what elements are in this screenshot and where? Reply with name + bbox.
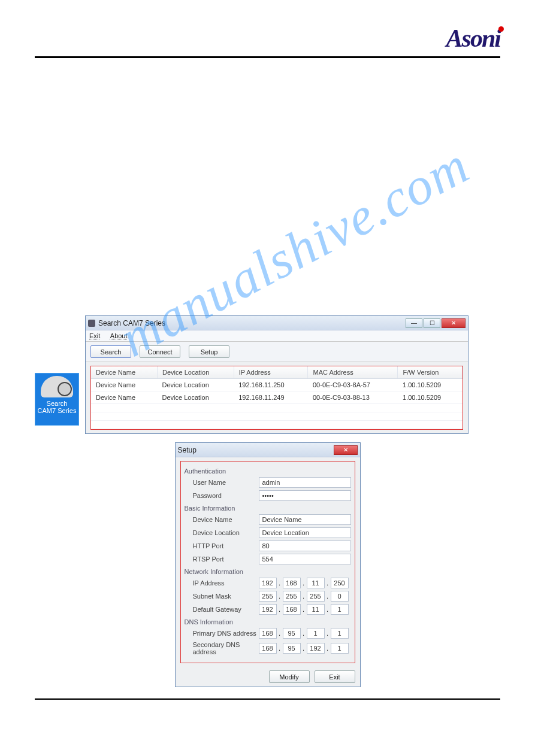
cell: 00-0E-C9-03-88-13 [308, 391, 398, 404]
cell: 1.00.10.5209 [398, 391, 463, 404]
ip-seg[interactable] [283, 604, 301, 615]
basic-title: Basic Information [185, 505, 351, 512]
exit-button[interactable]: Exit [315, 670, 355, 683]
menu-exit[interactable]: Exit [89, 332, 100, 339]
ip-seg[interactable] [259, 578, 277, 588]
cell: 1.00.10.5209 [398, 379, 463, 391]
camera-icon [41, 376, 73, 397]
maximize-button[interactable]: ☐ [424, 318, 440, 328]
ip-seg[interactable] [259, 628, 277, 639]
ip-seg[interactable] [283, 628, 301, 639]
toolbar: Search Connect Setup [86, 342, 468, 362]
desktop-shortcut-search-cam7[interactable]: Search CAM7 Series [35, 373, 79, 426]
ip-seg[interactable] [283, 591, 301, 602]
dns2-label: Secondary DNS address [193, 641, 259, 655]
rtsp-label: RTSP Port [193, 555, 259, 563]
dns-title: DNS Information [185, 618, 351, 626]
table-row [91, 404, 463, 412]
setup-button[interactable]: Setup [189, 345, 229, 358]
user-label: User Name [193, 479, 259, 486]
brand-text: Asoni [446, 25, 500, 52]
col-devname[interactable]: Device Name [91, 366, 158, 379]
dns2-input: ... [259, 643, 349, 654]
gw-label: Default Gateway [193, 606, 259, 613]
http-label: HTTP Port [193, 542, 259, 549]
search-window: Search CAM7 Series — ☐ ✕ Exit About Sear… [85, 315, 468, 434]
devname-input[interactable] [259, 514, 351, 525]
table-row[interactable]: Device Name Device Location 192.168.11.2… [91, 379, 463, 391]
gw-input: ... [259, 604, 349, 615]
cell: Device Location [158, 391, 234, 404]
ip-seg[interactable] [307, 628, 325, 639]
cell: 192.168.11.249 [234, 391, 308, 404]
cell: Device Name [91, 379, 158, 391]
rtsp-input[interactable] [259, 554, 351, 564]
setup-window: Setup ✕ Authentication User Name Passwor… [175, 442, 361, 687]
table-row [91, 421, 463, 429]
desktop-icon-line1: Search [47, 400, 68, 407]
cell: 192.168.11.250 [234, 379, 308, 391]
http-input[interactable] [259, 541, 351, 551]
search-button[interactable]: Search [90, 345, 131, 358]
col-mac[interactable]: MAC Address [308, 366, 398, 379]
menu-about[interactable]: About [110, 332, 128, 339]
ip-seg[interactable] [331, 578, 349, 588]
desktop-icon-line2: CAM7 Series [38, 407, 77, 414]
ip-seg[interactable] [259, 591, 277, 602]
ip-seg[interactable] [331, 591, 349, 602]
ip-seg[interactable] [331, 643, 349, 654]
close-button[interactable]: ✕ [442, 318, 466, 328]
search-title: Search CAM7 Series [98, 319, 165, 327]
pass-label: Password [193, 492, 259, 499]
app-icon [88, 320, 95, 327]
setup-close-button[interactable]: ✕ [334, 445, 358, 455]
ip-input: ... [259, 578, 349, 588]
devloc-input[interactable] [259, 527, 351, 538]
setup-form: Authentication User Name Password Basic … [180, 461, 355, 663]
cell: Device Location [158, 379, 234, 391]
minimize-button[interactable]: — [406, 318, 422, 328]
device-table-wrap: Device Name Device Location IP Address M… [90, 366, 463, 430]
table-row [91, 412, 463, 421]
ip-seg[interactable] [259, 643, 277, 654]
col-ip[interactable]: IP Address [234, 366, 308, 379]
setup-title: Setup [178, 446, 197, 454]
ip-seg[interactable] [307, 591, 325, 602]
ip-seg[interactable] [331, 628, 349, 639]
mask-label: Subnet Mask [193, 593, 259, 600]
ip-seg[interactable] [307, 578, 325, 588]
header-divider [35, 56, 500, 58]
mask-input: ... [259, 591, 349, 602]
pass-input[interactable] [259, 490, 351, 501]
menubar: Exit About [86, 330, 468, 342]
user-input[interactable] [259, 477, 351, 488]
ip-seg[interactable] [307, 643, 325, 654]
ip-seg[interactable] [307, 604, 325, 615]
footer-divider [35, 698, 500, 700]
devloc-label: Device Location [193, 529, 259, 536]
search-titlebar[interactable]: Search CAM7 Series — ☐ ✕ [86, 316, 468, 330]
cell: Device Name [91, 391, 158, 404]
col-fw[interactable]: F/W Version [398, 366, 463, 379]
devname-label: Device Name [193, 516, 259, 523]
ip-seg[interactable] [259, 604, 277, 615]
setup-titlebar[interactable]: Setup ✕ [176, 443, 360, 457]
table-row[interactable]: Device Name Device Location 192.168.11.2… [91, 391, 463, 404]
dns1-label: Primary DNS address [193, 630, 259, 637]
brand-dot [498, 26, 504, 32]
dns1-input: ... [259, 628, 349, 639]
ip-seg[interactable] [283, 578, 301, 588]
device-table[interactable]: Device Name Device Location IP Address M… [91, 366, 463, 429]
brand-logo: Asoni [446, 24, 500, 53]
net-title: Network Information [185, 568, 351, 575]
ip-label: IP Address [193, 579, 259, 587]
ip-seg[interactable] [283, 643, 301, 654]
connect-button[interactable]: Connect [140, 345, 180, 358]
auth-title: Authentication [185, 467, 351, 475]
ip-seg[interactable] [331, 604, 349, 615]
cell: 00-0E-C9-03-8A-57 [308, 379, 398, 391]
col-devloc[interactable]: Device Location [158, 366, 234, 379]
modify-button[interactable]: Modify [269, 670, 310, 683]
